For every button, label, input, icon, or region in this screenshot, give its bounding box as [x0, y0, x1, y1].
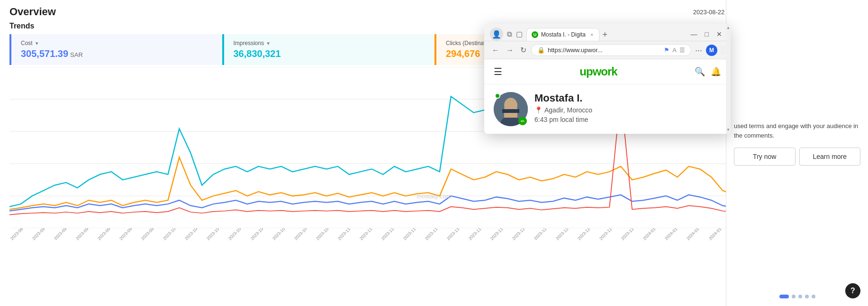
browser-address-bar: ← → ↻ 🔒 https://www.upwor... ⚑ A ☰ ⋯ M [484, 41, 731, 59]
upwork-page: ☰ upwork 🔍 🔔 [484, 59, 731, 134]
browser-tab-active[interactable]: U Mostafa I. - Digita × [526, 28, 599, 41]
upwork-logo: upwork [579, 65, 617, 78]
browser-window-controls: — □ ✕ [688, 29, 725, 39]
browser-user-btn[interactable]: M [706, 45, 717, 56]
browser-scrollbar: ▲ ▼ [726, 24, 731, 134]
try-now-button[interactable]: Try now [734, 148, 796, 166]
lock-icon: 🔒 [537, 46, 545, 54]
metric-card-cost: Cost ▼ 305,571.39SAR [9, 34, 221, 65]
search-icon[interactable]: 🔍 [695, 66, 705, 77]
pagination-dot-4[interactable] [805, 295, 809, 298]
browser-chrome: 👤 ⧉ ▢ U Mostafa I. - Digita × + — □ ✕ [484, 24, 731, 41]
browser-refresh-button[interactable]: ↻ [518, 45, 528, 56]
location-pin-icon: 📍 [534, 106, 542, 114]
profile-info: Mostafa I. 📍 Agadir, Morocco 6:43 pm loc… [534, 92, 721, 123]
hamburger-menu-icon[interactable]: ☰ [494, 66, 502, 77]
learn-more-button[interactable]: Learn more [799, 148, 861, 166]
right-panel: used terms and engage with your audience… [726, 0, 868, 306]
browser-extensions-btn[interactable]: ⋯ [694, 45, 703, 56]
edit-avatar-icon[interactable]: ✏ [518, 117, 527, 125]
profile-card: ✏ Mostafa I. 📍 Agadir, Morocco 6:43 pm l… [484, 84, 731, 134]
upwork-nav-icons: 🔍 🔔 [695, 66, 721, 77]
new-tab-button[interactable]: + [599, 30, 610, 40]
metric-value-cost: 305,571.39SAR [21, 48, 212, 59]
browser-action-icons: ⋯ M [694, 45, 725, 56]
dashboard: Overview 2023-08-22 ~ 2024-03-01 (UTC+03… [0, 0, 868, 306]
page-title: Overview [9, 6, 56, 18]
profile-name: Mostafa I. [534, 92, 721, 104]
metric-card-impressions: Impressions ▼ 36,830,321 [222, 34, 434, 65]
close-button[interactable]: ✕ [714, 29, 725, 39]
minimize-button[interactable]: — [688, 29, 700, 39]
pagination-dot-2[interactable] [792, 295, 796, 298]
address-text: https://www.upwor... [548, 46, 661, 54]
avatar-container: ✏ [494, 92, 528, 126]
pagination-dots [734, 295, 860, 298]
metric-unit-cost: SAR [70, 51, 83, 58]
date-start: 2023-08-22 [693, 9, 725, 16]
metric-value-impressions: 36,830,321 [234, 48, 425, 59]
translate-icon[interactable]: A [672, 46, 677, 54]
tab-title: Mostafa I. - Digita [541, 31, 586, 38]
browser-tab-bar: U Mostafa I. - Digita × + [526, 28, 684, 41]
bookmark-star-icon[interactable]: ⚑ [664, 46, 669, 54]
maximize-button[interactable]: □ [702, 29, 712, 39]
scroll-up-icon[interactable]: ▲ [726, 26, 730, 30]
scroll-down-icon[interactable]: ▼ [726, 128, 730, 132]
right-panel-text: used terms and engage with your audience… [734, 121, 860, 140]
reading-mode-icon[interactable]: ☰ [679, 46, 685, 54]
help-button[interactable]: ? [845, 283, 860, 298]
browser-forward-button[interactable]: → [504, 45, 515, 56]
pagination-dot-3[interactable] [798, 295, 802, 298]
upwork-nav: ☰ upwork 🔍 🔔 [484, 59, 731, 84]
pagination-dot-5[interactable] [812, 295, 815, 298]
browser-back-button[interactable]: ← [490, 45, 501, 56]
browser-tabs-icon[interactable]: ▢ [516, 30, 523, 38]
bell-icon[interactable]: 🔔 [711, 66, 721, 77]
pagination-dot-1[interactable] [779, 295, 789, 298]
address-bar-input[interactable]: 🔒 https://www.upwor... ⚑ A ☰ [531, 44, 691, 56]
browser-scrollbar-top [720, 46, 725, 55]
right-panel-content: used terms and engage with your audience… [734, 8, 860, 287]
browser-profile-icon[interactable]: 👤 [490, 28, 503, 41]
chevron-down-icon: ▼ [35, 41, 39, 46]
metric-label-impressions[interactable]: Impressions ▼ [234, 40, 425, 46]
upwork-favicon: U [532, 31, 538, 38]
metric-label-cost[interactable]: Cost ▼ [21, 40, 212, 46]
close-tab-icon[interactable]: × [590, 32, 593, 37]
chevron-down-icon: ▼ [266, 41, 271, 46]
right-panel-buttons: Try now Learn more [734, 148, 860, 166]
svg-rect-10 [502, 109, 519, 113]
browser-popup: 👤 ⧉ ▢ U Mostafa I. - Digita × + — □ ✕ [484, 24, 731, 134]
browser-copy-icon[interactable]: ⧉ [507, 30, 512, 38]
profile-local-time: 6:43 pm local time [534, 116, 721, 123]
online-status-dot [495, 93, 500, 99]
profile-location: 📍 Agadir, Morocco [534, 106, 721, 114]
location-text: Agadir, Morocco [544, 106, 592, 114]
